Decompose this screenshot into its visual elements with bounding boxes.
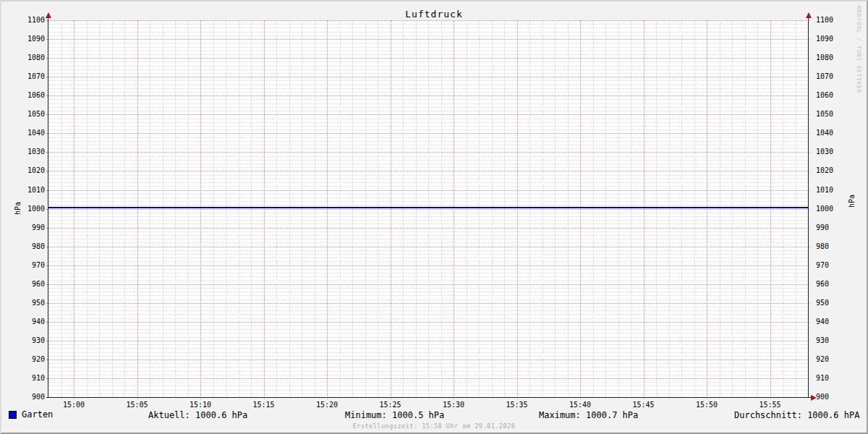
gridline-major-v [517, 20, 518, 399]
series-label: Garten [22, 409, 53, 420]
y-axis-unit-right: hPa [848, 190, 856, 212]
y-tick-label-right: 1090 [816, 35, 846, 43]
gridline-major-h [46, 247, 810, 247]
gridline-major-h [46, 303, 810, 304]
y-tick-label-right: 990 [816, 224, 846, 231]
y-tick-label-right: 900 [816, 393, 846, 401]
gridline-major-h [46, 152, 810, 153]
y-tick-label-right: 1000 [816, 205, 846, 213]
gridline-major-v [644, 20, 644, 399]
gridline-major-h [46, 378, 810, 379]
y-tick-label-left: 1030 [14, 148, 45, 156]
graph-stage: Luftdruck hPa hPa RRDTOOL / TOBI OETIKER… [1, 1, 867, 433]
y-tick-label-right: 1060 [816, 92, 846, 99]
gridline-major-v [707, 20, 707, 399]
x-tick-label: 15:20 [311, 401, 343, 409]
y-tick-label-left: 1090 [14, 35, 45, 43]
y-tick-label-right: 920 [816, 356, 846, 363]
gridline-major-h [46, 77, 810, 77]
y-tick-label-right: 1030 [816, 148, 846, 156]
x-axis-line [46, 397, 811, 398]
x-tick-label: 15:40 [564, 401, 596, 409]
stat-aktuell: Aktuell: 1000.6 hPa [148, 410, 247, 420]
y-axis-line-left [48, 17, 48, 398]
x-tick-label: 15:35 [501, 401, 533, 409]
y-axis-arrow-left-icon [46, 12, 51, 18]
gridline-major-h [46, 114, 810, 115]
y-tick-label-left: 990 [14, 224, 45, 231]
y-axis-arrow-right-icon [806, 12, 812, 18]
gridline-major-h [46, 133, 810, 134]
y-tick-label-right: 1010 [816, 187, 846, 194]
stat-maximum: Maximum: 1000.7 hPa [539, 410, 638, 420]
chart-title: Luftdruck [1, 9, 867, 20]
y-tick-label-left: 1100 [14, 17, 45, 24]
legend-key: Garten [9, 409, 53, 420]
y-tick-label-right: 940 [816, 318, 846, 326]
x-tick-label: 15:10 [184, 401, 216, 409]
y-tick-label-left: 940 [14, 318, 45, 326]
gridline-major-v [454, 20, 454, 399]
y-tick-label-right: 930 [816, 337, 846, 344]
x-tick-label: 15:25 [375, 401, 407, 409]
gridline-major-h [46, 284, 810, 285]
y-tick-label-right: 910 [816, 375, 846, 382]
y-tick-label-left: 1050 [14, 111, 45, 118]
y-tick-label-right: 1100 [816, 17, 846, 24]
y-tick-label-left: 1070 [14, 73, 45, 80]
gridline-major-h [46, 341, 810, 341]
gridline-major-v [391, 20, 391, 399]
x-tick-label: 15:45 [628, 401, 660, 409]
gridline-major-v [74, 20, 75, 399]
y-tick-label-left: 970 [14, 262, 45, 269]
gridline-major-h [46, 228, 810, 229]
gridline-major-h [46, 190, 810, 191]
y-tick-label-right: 1080 [816, 54, 846, 61]
series-line-garten [48, 207, 808, 208]
y-tick-label-right: 960 [816, 281, 846, 288]
gridline-major-v [770, 20, 771, 399]
gridline-major-h [46, 39, 810, 40]
stat-durchschnitt: Durchschnitt: 1000.6 hPA [734, 410, 859, 420]
y-tick-label-left: 960 [14, 281, 45, 288]
gridline-major-h [46, 322, 810, 323]
gridline-major-h [46, 265, 810, 266]
y-tick-label-left: 900 [14, 393, 45, 401]
y-tick-label-left: 980 [14, 243, 45, 250]
gridline-major-v [200, 20, 201, 399]
y-tick-label-right: 970 [816, 262, 846, 269]
gridline-major-h [46, 58, 810, 59]
y-tick-label-right: 950 [816, 299, 846, 307]
y-tick-label-left: 1060 [14, 92, 45, 99]
y-tick-label-right: 1020 [816, 167, 846, 174]
y-tick-label-left: 920 [14, 356, 45, 363]
x-tick-label: 15:15 [248, 401, 280, 409]
gridline-major-h [46, 359, 810, 360]
y-tick-label-right: 980 [816, 243, 846, 250]
gridline-major-h [46, 20, 810, 21]
series-swatch-icon [9, 411, 17, 419]
y-tick-label-left: 1040 [14, 129, 45, 137]
y-tick-label-left: 1000 [14, 205, 45, 213]
gridline-major-v [327, 20, 328, 399]
creation-timestamp: Erstellungszeit: 15:58 Uhr am 29.01.2026 [1, 422, 867, 430]
rrdtool-watermark: RRDTOOL / TOBI OETIKER [856, 6, 862, 93]
stat-minimum: Minimum: 1000.5 hPa [345, 410, 444, 420]
gridline-major-v [264, 20, 265, 399]
gridline-major-h [46, 171, 810, 171]
y-tick-label-left: 1010 [14, 187, 45, 194]
x-tick-label: 15:55 [754, 401, 786, 409]
y-tick-label-right: 1050 [816, 111, 846, 118]
y-axis-line-right [808, 17, 809, 398]
x-tick-label: 15:00 [58, 401, 90, 409]
x-tick-label: 15:05 [122, 401, 153, 409]
gridline-major-h [46, 209, 810, 210]
gridline-major-v [137, 20, 138, 399]
y-tick-label-left: 1020 [14, 167, 45, 174]
plot-area [48, 20, 808, 397]
y-tick-label-right: 1070 [816, 73, 846, 80]
rrdtool-graph: Luftdruck hPa hPa RRDTOOL / TOBI OETIKER… [0, 0, 868, 434]
gridline-major-h [46, 95, 810, 96]
y-tick-label-right: 1040 [816, 129, 846, 137]
y-tick-label-left: 1080 [14, 54, 45, 61]
